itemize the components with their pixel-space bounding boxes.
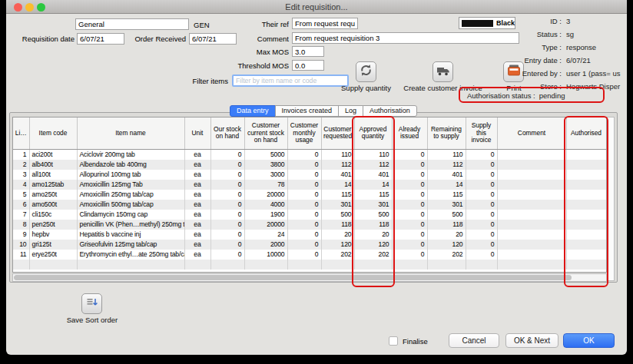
finalise-checkbox[interactable] xyxy=(389,336,398,346)
cell[interactable]: penicillin VK (Phen…methyl) 250mg tab xyxy=(77,220,184,230)
cell[interactable]: 0 xyxy=(210,190,244,200)
cell[interactable]: 24 xyxy=(244,230,287,240)
cell[interactable]: 301 xyxy=(354,200,392,210)
table-row[interactable]: 1aci200tAciclovir 200mg tabea05000011011… xyxy=(13,149,606,160)
cell[interactable]: 115 xyxy=(321,190,354,200)
cell[interactable]: amo500t xyxy=(29,200,77,210)
column-header[interactable]: Supply this invoice xyxy=(466,117,497,149)
column-header[interactable]: Approved quantity xyxy=(354,117,392,149)
cell[interactable]: 120 xyxy=(321,240,354,250)
table-row[interactable]: 6amo500tAmoxicillin 500mg tab/capea04000… xyxy=(13,200,606,210)
filter-items-input[interactable] xyxy=(232,74,349,87)
cell[interactable]: 3 xyxy=(13,170,29,180)
column-header[interactable]: Already issued xyxy=(392,117,427,149)
tab-data-entry[interactable]: Data entry xyxy=(230,105,276,117)
cell[interactable]: 202 xyxy=(354,250,392,260)
cell[interactable]: 0 xyxy=(210,180,244,190)
table-row[interactable]: 3all100tAllopurinol 100mg tabea030000401… xyxy=(13,170,606,180)
cell[interactable]: 0 xyxy=(210,220,244,230)
cell[interactable] xyxy=(497,160,566,170)
close-button[interactable] xyxy=(14,3,22,12)
cell[interactable]: 202 xyxy=(321,250,354,260)
cell[interactable]: 2000 xyxy=(244,240,287,250)
cell[interactable]: 8 xyxy=(13,220,29,230)
cell[interactable] xyxy=(566,210,606,220)
cell[interactable]: 0 xyxy=(466,250,497,260)
cell[interactable]: 120 xyxy=(427,240,466,250)
cell[interactable]: ea xyxy=(184,160,210,170)
cell[interactable]: 110 xyxy=(427,149,466,160)
cell[interactable]: 5000 xyxy=(244,149,287,160)
table-row[interactable]: 5amo250tAmoxicillin 250mg tab/capea02000… xyxy=(13,190,606,200)
cell[interactable] xyxy=(566,190,606,200)
cell[interactable]: hepbv xyxy=(29,230,77,240)
cell[interactable]: 112 xyxy=(427,160,466,170)
cell[interactable]: 0 xyxy=(287,210,321,220)
cell[interactable]: 0 xyxy=(287,240,321,250)
column-header[interactable]: Li… xyxy=(13,117,29,149)
cell[interactable]: Allopurinol 100mg tab xyxy=(77,170,184,180)
cell[interactable]: ea xyxy=(184,200,210,210)
cell[interactable]: ea xyxy=(184,250,210,260)
cell[interactable]: 0 xyxy=(210,230,244,240)
cell[interactable]: aci200t xyxy=(29,149,77,160)
cell[interactable]: 202 xyxy=(427,250,466,260)
cell[interactable] xyxy=(566,250,606,260)
cell[interactable]: ea xyxy=(184,210,210,220)
cell[interactable]: 11 xyxy=(13,250,29,260)
column-header[interactable]: Item name xyxy=(77,117,184,149)
cell[interactable]: ea xyxy=(184,220,210,230)
column-header[interactable]: Unit xyxy=(184,117,210,149)
cell[interactable]: 1900 xyxy=(244,210,287,220)
cell[interactable]: 401 xyxy=(321,170,354,180)
cell[interactable]: 0 xyxy=(466,149,497,160)
cell[interactable] xyxy=(497,190,566,200)
cell[interactable]: 0 xyxy=(287,170,321,180)
cell[interactable]: 301 xyxy=(427,200,466,210)
table-row[interactable]: 9hepbvHepatitis b vaccine injea024020200… xyxy=(13,230,606,240)
cell[interactable] xyxy=(566,200,606,210)
horizontal-scrollbar-thumb[interactable] xyxy=(14,275,572,280)
requisition-date-input[interactable] xyxy=(77,33,124,45)
cell[interactable]: 7 xyxy=(13,210,29,220)
cell[interactable] xyxy=(497,240,566,250)
cell[interactable] xyxy=(497,220,566,230)
cell[interactable]: ea xyxy=(184,149,210,160)
cell[interactable] xyxy=(566,149,606,160)
cell[interactable]: 6 xyxy=(13,200,29,210)
cell[interactable] xyxy=(566,230,606,240)
cell[interactable]: 0 xyxy=(392,220,427,230)
cell[interactable]: ea xyxy=(184,240,210,250)
cell[interactable]: 500 xyxy=(354,210,392,220)
cell[interactable]: alb400t xyxy=(29,160,77,170)
cell[interactable]: 0 xyxy=(466,230,497,240)
table-row[interactable]: 8pen250tpenicillin VK (Phen…methyl) 250m… xyxy=(13,220,606,230)
minimize-button[interactable] xyxy=(25,3,34,12)
cancel-button[interactable]: Cancel xyxy=(449,333,499,348)
cell[interactable]: 0 xyxy=(392,250,427,260)
cell[interactable]: 14 xyxy=(321,180,354,190)
cell[interactable]: amo250t xyxy=(29,190,77,200)
cell[interactable]: 0 xyxy=(287,180,321,190)
tab-invoices-created[interactable]: Invoices created xyxy=(275,105,340,117)
cell[interactable]: 0 xyxy=(392,240,427,250)
cell[interactable]: 20000 xyxy=(244,220,287,230)
cell[interactable]: 0 xyxy=(392,190,427,200)
cell[interactable]: 118 xyxy=(354,220,392,230)
cell[interactable]: gri125t xyxy=(29,240,77,250)
cell[interactable]: 0 xyxy=(287,250,321,260)
tab-authorisation[interactable]: Authorisation xyxy=(363,105,417,117)
cell[interactable]: 0 xyxy=(287,190,321,200)
cell[interactable]: 4000 xyxy=(244,200,287,210)
cell[interactable]: 78 xyxy=(244,180,287,190)
cell[interactable]: 1 xyxy=(13,149,29,160)
cell[interactable]: Clindamycin 150mg cap xyxy=(77,210,184,220)
cell[interactable]: pen250t xyxy=(29,220,77,230)
cell[interactable]: 0 xyxy=(392,149,427,160)
cell[interactable]: 110 xyxy=(321,149,354,160)
cell[interactable]: Amoxicillin 125mg Tab xyxy=(77,180,184,190)
table-row[interactable]: 7cli150cClindamycin 150mg capea019000500… xyxy=(13,210,606,220)
cell[interactable]: Griseofulvin 125mg tab/cap xyxy=(77,240,184,250)
cell[interactable] xyxy=(497,250,566,260)
column-header[interactable]: Customer requested xyxy=(321,117,354,149)
